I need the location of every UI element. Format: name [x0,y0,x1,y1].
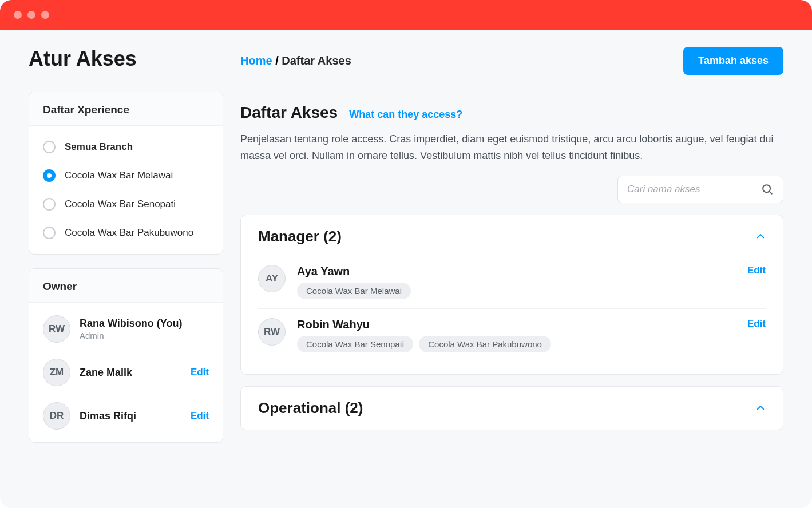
edit-link[interactable]: Edit [747,265,766,276]
main-panel: Home / Daftar Akses Tambah akses Daftar … [240,47,783,508]
owner-name: Dimas Rifqi [80,410,181,422]
svg-point-0 [763,185,770,192]
owner-item: DRDimas RifqiEdit [29,394,223,438]
role-title: Manager (2) [258,228,342,245]
branch-tag: Cocola Wax Bar Senopati [297,336,413,352]
breadcrumb-sep: / [272,54,282,67]
add-access-button[interactable]: Tambah akses [683,47,783,75]
search-wrap [240,176,783,203]
search-box[interactable] [617,176,783,203]
page-title: Atur Akses [29,47,223,71]
branch-radio-item[interactable]: Cocola Wax Bar Pakubuwono [29,219,223,247]
app-window: Atur Akses Daftar Xperience Semua Branch… [0,0,812,508]
owner-role: Admin [80,331,209,340]
edit-link[interactable]: Edit [191,410,209,422]
branch-radio-list: Semua BranchCocola Wax Bar MelawaiCocola… [29,126,223,254]
branch-tags: Cocola Wax Bar Melawai [297,283,736,299]
member-name: Robin Wahyu [297,318,736,331]
branch-radio-item[interactable]: Cocola Wax Bar Melawai [29,161,223,190]
branch-label: Cocola Wax Bar Senopati [65,199,176,210]
roles-container: Manager (2)AYAya YawnCocola Wax Bar Mela… [240,215,783,430]
search-input[interactable] [627,184,761,195]
branch-label: Cocola Wax Bar Pakubuwono [65,227,193,239]
branch-tags: Cocola Wax Bar SenopatiCocola Wax Bar Pa… [297,336,736,352]
owner-name: Zane Malik [80,367,181,379]
radio-icon [43,141,56,153]
member-row: AYAya YawnCocola Wax Bar MelawaiEdit [258,256,766,308]
branch-label: Semua Branch [65,141,133,153]
role-header[interactable]: Manager (2) [258,228,766,245]
owner-info: Dimas Rifqi [80,410,181,422]
section-title: Daftar Akses [240,104,338,122]
branch-label: Cocola Wax Bar Melawai [65,170,173,181]
help-link[interactable]: What can they access? [349,109,462,121]
top-row: Home / Daftar Akses Tambah akses [240,47,783,75]
titlebar [0,0,812,30]
radio-icon [43,227,56,239]
edit-link[interactable]: Edit [191,367,209,378]
branch-radio-item[interactable]: Semua Branch [29,133,223,161]
content-area: Atur Akses Daftar Xperience Semua Branch… [0,30,812,508]
branch-radio-item[interactable]: Cocola Wax Bar Senopati [29,190,223,219]
xperience-header: Daftar Xperience [29,92,223,126]
avatar: DR [43,402,70,430]
chevron-up-icon [755,403,766,413]
branch-tag: Cocola Wax Bar Pakubuwono [419,336,551,352]
chevron-up-icon [755,231,766,241]
owner-item: RWRana Wibisono (You)Admin [29,307,223,351]
avatar: RW [258,318,286,346]
sidebar: Atur Akses Daftar Xperience Semua Branch… [29,47,223,508]
breadcrumb-home[interactable]: Home [240,54,272,67]
member-name: Aya Yawn [297,265,736,278]
owner-name: Rana Wibisono (You) [80,318,209,330]
member-row: RWRobin WahyuCocola Wax Bar SenopatiCoco… [258,308,766,362]
section-title-row: Daftar Akses What can they access? [240,104,783,122]
member-info: Robin WahyuCocola Wax Bar SenopatiCocola… [297,318,736,352]
owner-info: Rana Wibisono (You)Admin [80,318,209,340]
breadcrumb: Home / Daftar Akses [240,54,351,68]
window-dot[interactable] [27,11,35,19]
svg-line-1 [770,191,773,194]
role-title: Operational (2) [258,399,363,417]
role-card: Manager (2)AYAya YawnCocola Wax Bar Mela… [240,215,783,375]
role-body: AYAya YawnCocola Wax Bar MelawaiEditRWRo… [258,256,766,362]
owner-info: Zane Malik [80,367,181,379]
avatar: ZM [43,359,70,386]
branch-tag: Cocola Wax Bar Melawai [297,283,411,299]
window-dot[interactable] [41,11,49,19]
breadcrumb-current: Daftar Akses [282,54,351,67]
avatar: AY [258,265,286,292]
owner-list: RWRana Wibisono (You)AdminZMZane MalikEd… [29,303,223,442]
avatar: RW [43,315,70,343]
owner-item: ZMZane MalikEdit [29,351,223,394]
xperience-card: Daftar Xperience Semua BranchCocola Wax … [29,92,223,255]
window-dot[interactable] [14,11,22,19]
member-info: Aya YawnCocola Wax Bar Melawai [297,265,736,299]
search-icon [761,183,774,196]
owner-header: Owner [29,269,223,303]
edit-link[interactable]: Edit [747,318,766,330]
radio-icon [43,198,56,211]
owner-card: Owner RWRana Wibisono (You)AdminZMZane M… [29,268,223,443]
role-header[interactable]: Operational (2) [258,399,766,417]
role-card: Operational (2) [240,386,783,430]
radio-icon [43,169,56,182]
section-description: Penjelasan tentang role access. Cras imp… [240,131,783,164]
